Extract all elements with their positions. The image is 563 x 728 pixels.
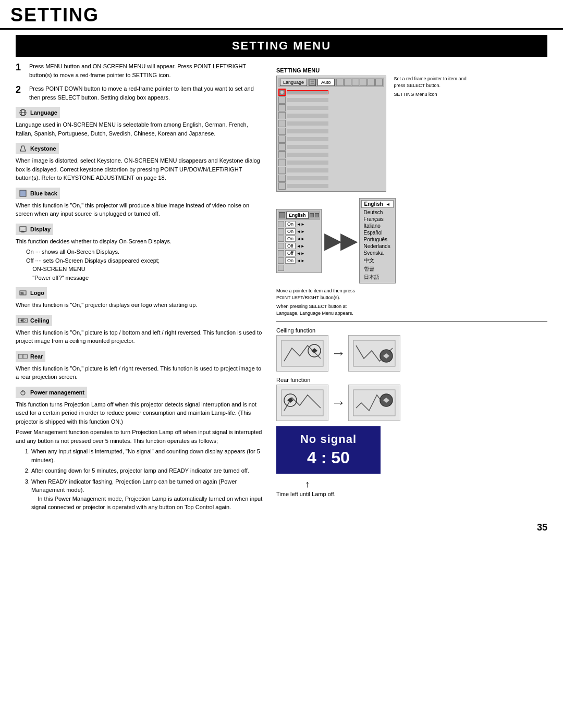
lang-row-val-5: Off <box>285 250 296 256</box>
feature-rear-desc: When this function is "On," picture is l… <box>16 364 266 381</box>
power-numbered-list: When any input signal is interrupted, "N… <box>31 447 266 512</box>
svg-rect-8 <box>21 229 25 229</box>
left-column: 1 Press MENU button and ON-SCREEN MENU w… <box>16 62 266 517</box>
menu-row-icon-7 <box>278 135 286 143</box>
lang-english-display: English <box>286 212 309 219</box>
menu-bar-4 <box>287 114 328 118</box>
power-list-item-3: When READY indicator flashing, Projectio… <box>31 477 266 512</box>
no-signal-display: No signal 4 : 50 <box>276 426 381 474</box>
toolbar-btn-3[interactable] <box>352 79 359 86</box>
menu-row-icon-13 <box>278 182 286 190</box>
toolbar-btn-4[interactable] <box>360 79 367 86</box>
step-1: 1 Press MENU button and ON-SCREEN MENU w… <box>16 62 266 79</box>
feature-language-desc: Language used in ON-SCREEN MENU is selec… <box>16 120 266 138</box>
svg-rect-18 <box>23 354 28 359</box>
section-title: SETTING MENU <box>16 35 547 57</box>
blueback-icon <box>18 189 28 198</box>
lang-list-item-3[interactable]: Italiano <box>361 223 394 229</box>
feature-display-name: Display <box>30 226 51 232</box>
main-content: 1 Press MENU button and ON-SCREEN MENU w… <box>0 62 563 517</box>
lang-list-item-9[interactable]: 한글 <box>361 265 394 273</box>
feature-logo-name: Logo <box>30 290 44 296</box>
lang-row-val-4: Off <box>285 243 296 249</box>
up-arrow-icon: ↑ <box>305 479 310 490</box>
power-list-item-1: When any input signal is interrupted, "N… <box>31 447 266 464</box>
feature-rear: Rear When this function is "On," picture… <box>16 351 266 381</box>
feature-ceiling-desc: When this function is "On," picture is t… <box>16 328 266 346</box>
ceiling-function-label: Ceiling function <box>276 327 547 334</box>
toolbar-btn-2[interactable] <box>344 79 351 86</box>
lang-list-item-6[interactable]: Nederlands <box>361 243 394 250</box>
feature-blueback: Blue back When this function is "On," th… <box>16 188 266 218</box>
menu-bar-3 <box>287 106 328 110</box>
feature-ceiling: Ceiling When this function is "On," pict… <box>16 315 266 346</box>
ceiling-arrow: → <box>331 345 346 362</box>
feature-blueback-header: Blue back <box>16 188 60 199</box>
page-number: 35 <box>0 517 563 538</box>
svg-rect-4 <box>20 190 26 196</box>
feature-ceiling-header: Ceiling <box>16 315 52 326</box>
lang-list-item-1[interactable]: Deutsch <box>361 209 394 216</box>
toolbar-btn-5[interactable] <box>368 79 375 86</box>
rear-diagram-row: → <box>276 385 547 421</box>
step-2-text: Press POINT DOWN button to move a red-fr… <box>29 84 266 102</box>
toolbar-icon-input <box>309 79 316 86</box>
svg-rect-6 <box>21 231 25 232</box>
feature-power-management: Power management This function turns Pro… <box>16 387 266 512</box>
big-arrow-right: ▶▶ <box>324 229 357 253</box>
no-signal-title: No signal <box>287 433 370 446</box>
menu-bar-2 <box>287 98 328 102</box>
lang-list-items: DeutschFrançaisItalianoEspañolPortuguêsN… <box>361 209 394 281</box>
feature-rear-header: Rear <box>16 351 45 362</box>
red-frame-annotation: Set a red frame pointer to item and pres… <box>394 76 478 89</box>
lang-list-item-4[interactable]: Español <box>361 229 394 236</box>
lang-list-english-selected: English ◄ <box>361 200 394 208</box>
ceiling-diagram-row: → <box>276 335 547 372</box>
lang-list-item-7[interactable]: Svenska <box>361 250 394 256</box>
setting-menu-right-label: SETTING MENU <box>276 67 547 73</box>
feature-power-desc: This function turns Projection Lamp off … <box>16 400 266 426</box>
ceiling-diagram-after <box>348 335 400 372</box>
feature-keystone: Keystone When image is distorted, select… <box>16 143 266 182</box>
lang-list-menu: English ◄ DeutschFrançaisItalianoEspañol… <box>359 198 396 283</box>
lang-row-val-2: On <box>285 228 296 235</box>
lang-icon-2 <box>310 213 314 217</box>
lang-list-item-2[interactable]: Français <box>361 216 394 223</box>
ceiling-function-section: Ceiling function → <box>276 327 547 372</box>
menu-bar-5 <box>287 121 328 126</box>
feature-logo-desc: When this function is "On," projector di… <box>16 301 266 310</box>
feature-keystone-desc: When image is distorted, select Keystone… <box>16 156 266 182</box>
logo-icon: 38 L <box>18 288 28 298</box>
auto-value: Auto <box>317 79 335 86</box>
lang-menu-rows: On◄► On◄► On◄► Off◄► Off◄► On◄► <box>278 221 320 272</box>
lang-icon-3 <box>315 213 319 217</box>
menu-bar-12 <box>287 176 328 180</box>
menu-bar-13 <box>287 184 328 188</box>
lang-menu-note: Move a pointer to item and then press PO… <box>276 288 365 301</box>
menu-row-icon-5 <box>278 120 286 127</box>
feature-blueback-desc: When this function is "On," this project… <box>16 201 266 218</box>
rear-function-label: Rear function <box>276 377 547 383</box>
right-column: SETTING MENU Language Auto <box>276 62 547 517</box>
menu-row-icon-3 <box>278 104 286 112</box>
feature-ceiling-name: Ceiling <box>30 317 50 324</box>
toolbar-btn-6[interactable] <box>375 79 383 86</box>
rear-arrow: → <box>331 394 346 411</box>
feature-keystone-header: Keystone <box>16 143 59 154</box>
display-icon <box>18 225 28 234</box>
setting-icon-annotation: SETTING Menu icon <box>394 91 478 98</box>
rear-function-section: Rear function → <box>276 377 547 421</box>
selected-menu-row-icon <box>278 89 286 96</box>
lang-list-item-5[interactable]: Português <box>361 236 394 243</box>
menu-bar-10 <box>287 161 328 165</box>
power-list-item-2: After counting down for 5 minutes, proje… <box>31 466 266 475</box>
menu-row-icon-12 <box>278 175 286 182</box>
feature-language-header: Language <box>16 107 60 118</box>
lang-row-val-1: On <box>285 221 296 227</box>
svg-rect-9 <box>21 230 23 230</box>
lang-list-item-10[interactable]: 日本語 <box>361 273 394 281</box>
svg-marker-3 <box>20 146 26 151</box>
toolbar-btn-1[interactable] <box>336 79 344 86</box>
time-left-label: Time left until Lamp off. <box>276 491 336 497</box>
lang-list-item-8[interactable]: 中文 <box>361 256 394 265</box>
